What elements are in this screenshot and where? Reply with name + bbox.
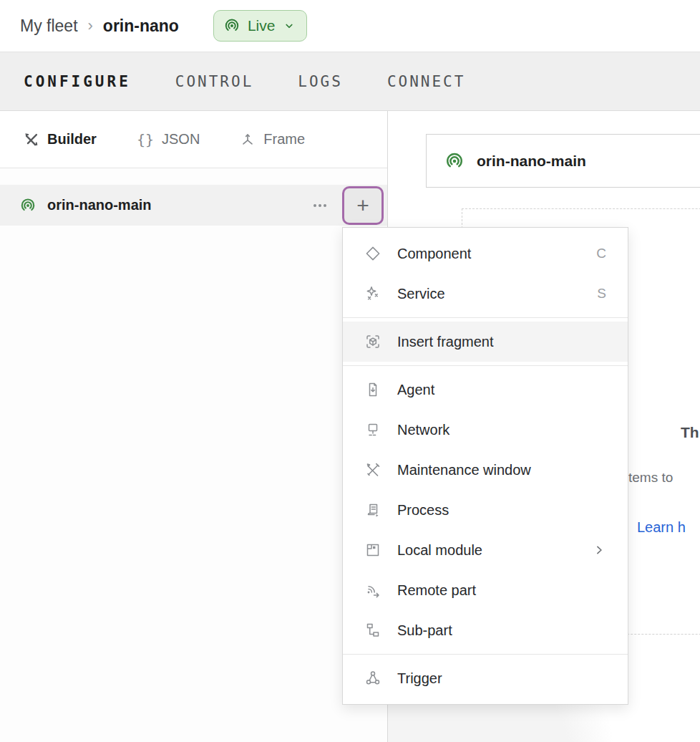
menu-item-label: Remote part xyxy=(397,582,606,599)
part-row-orin-nano-main[interactable]: orin-nano-main + xyxy=(0,185,387,226)
part-row-label: orin-nano-main xyxy=(47,197,307,213)
breadcrumb-machine-name: orin-nano xyxy=(103,16,179,36)
menu-item-agent[interactable]: Agent xyxy=(343,370,628,410)
app-window: My fleet › orin-nano Live CONFIGURE CONT… xyxy=(0,0,700,742)
menu-item-local-module[interactable]: Local module xyxy=(343,530,628,570)
maintenance-icon xyxy=(364,461,381,478)
chevron-right-icon xyxy=(592,543,606,557)
menu-item-label: Component xyxy=(397,246,596,262)
menu-item-label: Service xyxy=(397,286,597,302)
subtab-builder[interactable]: Builder xyxy=(24,131,97,148)
live-status-label: Live xyxy=(248,17,276,34)
subtab-json-label: JSON xyxy=(162,131,200,148)
empty-state-heading: Th xyxy=(681,424,699,441)
menu-item-trigger[interactable]: Trigger xyxy=(343,658,628,698)
remote-part-icon xyxy=(364,582,381,599)
menu-item-remote-part[interactable]: Remote part xyxy=(343,570,628,610)
empty-state-text: tems to xyxy=(628,470,673,486)
machine-part-icon xyxy=(20,198,36,213)
shortcut-key: C xyxy=(596,246,606,261)
menu-divider xyxy=(343,654,628,655)
menu-item-process[interactable]: Process xyxy=(343,490,628,530)
live-broadcast-icon xyxy=(224,18,240,34)
plus-icon: + xyxy=(356,195,369,216)
frame-axes-icon xyxy=(240,132,256,148)
menu-item-label: Maintenance window xyxy=(397,462,606,478)
shortcut-key: S xyxy=(597,286,606,302)
menu-item-insert-fragment[interactable]: Insert fragment xyxy=(343,322,628,362)
configure-sidebar: Builder {} JSON Frame xyxy=(0,111,388,742)
menu-item-label: Network xyxy=(397,422,606,438)
canvas-part-card-label: orin-nano-main xyxy=(477,153,586,170)
menu-item-network[interactable]: Network xyxy=(343,410,628,450)
top-bar: My fleet › orin-nano Live xyxy=(0,0,700,52)
machine-tab-bar: CONFIGURE CONTROL LOGS CONNECT xyxy=(0,52,700,111)
menu-item-label: Local module xyxy=(397,542,592,559)
menu-item-label: Process xyxy=(397,502,606,519)
menu-item-sub-part[interactable]: Sub-part xyxy=(343,610,628,650)
service-icon xyxy=(364,285,381,302)
menu-item-label: Trigger xyxy=(397,670,606,687)
sub-part-icon xyxy=(364,622,381,639)
configure-view-switcher: Builder {} JSON Frame xyxy=(0,111,387,168)
breadcrumb-separator: › xyxy=(88,16,93,35)
menu-item-label: Insert fragment xyxy=(397,334,606,350)
subtab-frame-label: Frame xyxy=(263,131,305,148)
trigger-icon xyxy=(364,670,381,687)
insert-fragment-icon xyxy=(364,333,381,350)
menu-divider xyxy=(343,365,628,366)
learn-how-link[interactable]: Learn h xyxy=(637,519,686,536)
tab-control[interactable]: CONTROL xyxy=(175,73,254,90)
chevron-down-icon xyxy=(283,19,296,32)
subtab-builder-label: Builder xyxy=(47,131,97,148)
network-icon xyxy=(364,421,381,438)
menu-item-label: Agent xyxy=(397,382,606,398)
component-icon xyxy=(364,245,381,262)
subtab-frame[interactable]: Frame xyxy=(240,131,305,148)
part-options-button[interactable] xyxy=(307,193,333,218)
add-part-item-button[interactable]: + xyxy=(342,186,384,225)
process-icon xyxy=(364,501,381,519)
local-module-icon xyxy=(364,541,381,559)
breadcrumb-fleet-link[interactable]: My fleet xyxy=(20,16,78,36)
json-braces-icon: {} xyxy=(137,131,154,148)
menu-item-service[interactable]: Service S xyxy=(343,274,628,314)
menu-item-label: Sub-part xyxy=(397,622,606,639)
add-item-menu: Component C Service S xyxy=(342,227,628,705)
live-status-badge[interactable]: Live xyxy=(213,10,308,42)
ellipsis-icon xyxy=(310,196,330,215)
tab-connect[interactable]: CONNECT xyxy=(387,73,466,90)
menu-item-component[interactable]: Component C xyxy=(343,233,628,274)
menu-divider xyxy=(343,317,628,318)
canvas-part-card[interactable]: orin-nano-main xyxy=(426,134,700,188)
agent-icon xyxy=(364,381,381,398)
machine-part-icon xyxy=(445,152,464,170)
tab-logs[interactable]: LOGS xyxy=(298,73,343,90)
menu-item-maintenance-window[interactable]: Maintenance window xyxy=(343,450,628,490)
subtab-json[interactable]: {} JSON xyxy=(137,131,200,148)
tools-icon xyxy=(24,132,39,148)
tab-configure[interactable]: CONFIGURE xyxy=(24,73,131,90)
